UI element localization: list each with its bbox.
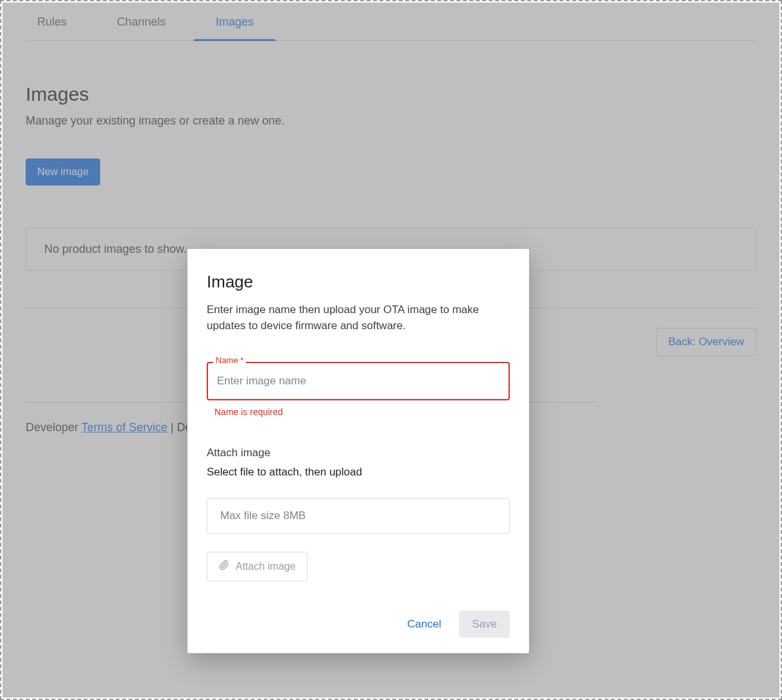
cancel-button[interactable]: Cancel: [402, 611, 446, 637]
name-field-label: Name *: [213, 355, 246, 365]
attach-image-description: Select file to attach, then upload: [207, 466, 510, 479]
file-input-box[interactable]: Max file size 8MB: [207, 498, 510, 534]
name-error-text: Name is required: [214, 407, 510, 417]
paperclip-icon: [219, 559, 229, 574]
dialog-description: Enter image name then upload your OTA im…: [207, 302, 510, 334]
save-button[interactable]: Save: [459, 611, 510, 638]
attach-image-button-label: Attach image: [236, 561, 295, 572]
name-field: Name *: [207, 362, 510, 400]
image-dialog: Image Enter image name then upload your …: [187, 249, 529, 653]
name-input[interactable]: [207, 362, 510, 400]
attach-image-button[interactable]: Attach image: [207, 552, 308, 581]
attach-image-heading: Attach image: [207, 447, 510, 459]
dialog-title: Image: [207, 272, 510, 292]
dialog-actions: Cancel Save: [207, 611, 510, 638]
